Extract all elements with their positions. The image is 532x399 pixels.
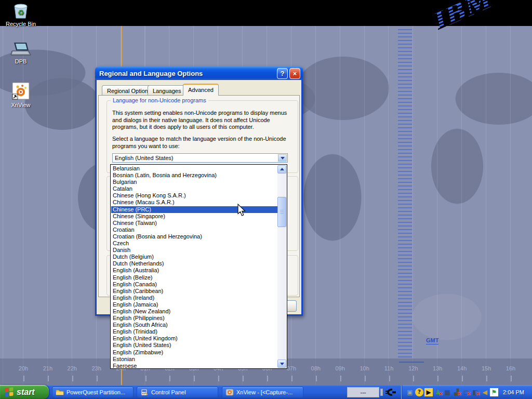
tray-signal-disabled-icon[interactable]: ▟×: [453, 388, 461, 396]
folder-icon: [56, 388, 64, 396]
language-option[interactable]: English (Caribbean): [111, 288, 277, 295]
close-button[interactable]: ×: [289, 68, 300, 79]
tray-display-disabled-icon[interactable]: ◻×: [462, 388, 470, 396]
tray-icon-glyph: ▶: [426, 388, 431, 396]
hour-label: 13h: [427, 365, 448, 371]
language-option[interactable]: English (New Zealand): [111, 308, 277, 315]
language-option[interactable]: English (Ireland): [111, 295, 277, 301]
top-black-strip: IBM: [0, 0, 532, 26]
tray-sync-manager-icon[interactable]: ⚑: [490, 388, 498, 396]
language-option[interactable]: Belarusian: [111, 165, 277, 172]
help-button[interactable]: ?: [277, 68, 288, 79]
language-option[interactable]: English (Trinidad): [111, 328, 277, 335]
xnview-icon: [225, 388, 234, 396]
language-option[interactable]: English (Australia): [111, 267, 277, 274]
xnview-icon: [12, 82, 30, 101]
scrollbar-thumb[interactable]: [277, 197, 286, 227]
hour-tick: [316, 376, 317, 381]
hour-label: 14h: [451, 365, 472, 371]
language-option[interactable]: Chinese (Singapore): [111, 213, 277, 220]
desktop-icon-xnview[interactable]: XnView: [1, 82, 41, 108]
language-combobox[interactable]: English (United States): [112, 153, 288, 163]
language-option[interactable]: Faeroese: [111, 363, 277, 368]
taskbar-button-powerquest[interactable]: PowerQuest Partition...: [52, 387, 134, 398]
chevron-up-icon: [280, 166, 284, 170]
hour-label: 08h: [305, 365, 326, 371]
start-button[interactable]: start: [0, 385, 49, 399]
hour-tick: [389, 376, 390, 381]
language-option[interactable]: Bosnian (Latin, Bosnia and Herzegovina): [111, 172, 277, 179]
mouse-cursor: [237, 204, 247, 219]
hour-tick: [194, 376, 195, 381]
hour-label: 11h: [379, 365, 400, 371]
language-option[interactable]: English (South Africa): [111, 322, 277, 328]
hour-label: 23h: [86, 365, 107, 371]
language-option[interactable]: English (Canada): [111, 281, 277, 288]
taskbar-deskband[interactable]: ---: [347, 387, 379, 397]
scroll-down-button[interactable]: [277, 360, 286, 368]
tray-icon-glyph: ?: [418, 388, 421, 396]
taskbar-button-control-panel[interactable]: Control Panel: [137, 387, 218, 398]
tray-network-places-icon[interactable]: ▦: [443, 388, 451, 396]
language-option[interactable]: Chinese (PRC): [111, 206, 277, 213]
language-option[interactable]: English (Belize): [111, 274, 277, 281]
hour-tick: [413, 376, 414, 381]
desktop-icon-dpb[interactable]: DPB: [1, 42, 41, 64]
desktop-icon-recycle-bin[interactable]: ♻ Recycle Bin: [1, 2, 41, 27]
control-panel-icon: [140, 388, 149, 396]
recycle-bin-icon: ♻: [11, 2, 30, 20]
list-scrollbar[interactable]: [277, 165, 286, 368]
taskbar-button-xnview[interactable]: XnView - [<Capture-...: [222, 387, 303, 398]
language-option[interactable]: Chinese (Hong Kong S.A.R.): [111, 192, 277, 199]
hour-tick: [72, 376, 73, 381]
description-text: This system setting enables non-Unicode …: [112, 110, 297, 131]
hour-label: 21h: [37, 365, 58, 371]
hour-label: 09h: [330, 365, 351, 371]
language-option[interactable]: Chinese (Taiwan): [111, 220, 277, 227]
taskbar-button-label: Control Panel: [151, 389, 186, 395]
hour-tick: [97, 376, 98, 381]
tray-audio-utility-icon[interactable]: ?: [415, 388, 423, 396]
language-option[interactable]: Croatian (Bosnia and Herzegovina): [111, 233, 277, 240]
language-option[interactable]: English (Jamaica): [111, 301, 277, 308]
language-option[interactable]: Croatian: [111, 227, 277, 233]
language-option[interactable]: Chinese (Macau S.A.R.): [111, 199, 277, 206]
language-option[interactable]: Dutch (Netherlands): [111, 260, 277, 267]
language-option[interactable]: Estonian: [111, 356, 277, 363]
taskbar-button-label: PowerQuest Partition...: [66, 389, 125, 395]
hour-tick: [145, 376, 147, 381]
icon-label: XnView: [1, 102, 41, 108]
combobox-dropdown-button[interactable]: [278, 154, 287, 162]
tray-removable-device-icon[interactable]: ▣: [406, 388, 414, 396]
tray-icon-glyph: ▦: [444, 388, 450, 396]
chevron-down-icon: [281, 157, 285, 162]
language-option[interactable]: English (Philippines): [111, 315, 277, 322]
tray-messenger-offline-icon[interactable]: ♟×: [434, 388, 442, 396]
language-option[interactable]: Czech: [111, 240, 277, 247]
language-option[interactable]: Danish: [111, 247, 277, 254]
hour-tick: [511, 376, 512, 381]
deskband-handle[interactable]: [380, 389, 383, 396]
tray-icon-glyph: ▣: [407, 388, 413, 396]
scroll-up-button[interactable]: [277, 165, 286, 174]
hour-label: 22h: [62, 365, 83, 371]
icon-label: DPB: [1, 58, 41, 64]
hour-tick: [243, 376, 244, 381]
tray-volume-icon[interactable]: ◀: [481, 388, 489, 396]
dialog-titlebar[interactable]: Regional and Language Options ? ×: [95, 66, 303, 80]
tray-soundmax-icon[interactable]: ▶: [424, 388, 433, 396]
tab-languages[interactable]: Languages: [148, 85, 186, 96]
language-option[interactable]: Catalan: [111, 185, 277, 192]
taskbar-clock[interactable]: 2:04 PM: [503, 389, 524, 395]
tray-network-disconnected-icon[interactable]: ◧×: [471, 388, 480, 396]
hour-tick: [291, 376, 292, 381]
tray-icons: ▣?▶♟×▦▟×◻×◧×◀⚑: [406, 388, 498, 396]
language-option[interactable]: English (United States): [111, 342, 277, 349]
tab-advanced[interactable]: Advanced: [183, 84, 219, 96]
language-option[interactable]: Dutch (Belgium): [111, 254, 277, 260]
hour-tick: [340, 376, 341, 381]
svg-text:♻: ♻: [18, 8, 24, 17]
language-option[interactable]: Bulgarian: [111, 179, 277, 185]
language-option[interactable]: English (Zimbabwe): [111, 349, 277, 356]
language-option[interactable]: English (United Kingdom): [111, 335, 277, 342]
